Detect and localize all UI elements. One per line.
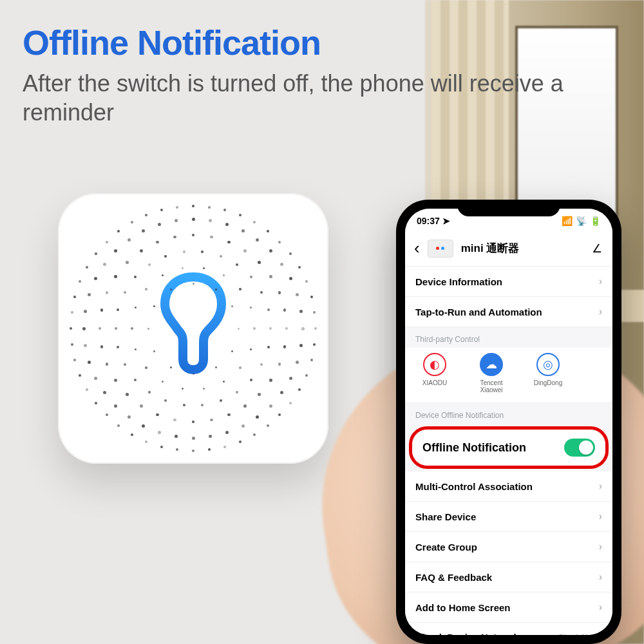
row-automation[interactable]: Tap-to-Run and Automation› [405, 297, 612, 327]
section-third-party: Third-party Control [405, 327, 612, 348]
row-label: Check Device Network [415, 632, 519, 635]
chevron-right-icon: › [599, 541, 602, 553]
row-label: Device Information [415, 276, 502, 287]
service-label: DingDong [534, 379, 562, 386]
third-party-services: ◐ XIAODU ☁ Tencent Xiaowei ◎ DingDong [405, 348, 612, 403]
service-dingdong[interactable]: ◎ DingDong [529, 353, 567, 393]
chevron-right-icon: › [599, 306, 602, 317]
edit-button[interactable]: ∠ [592, 242, 602, 256]
back-button[interactable]: ‹ [414, 238, 420, 258]
page-subtitle: After the switch is turned off, the phon… [23, 69, 631, 127]
row-label: Offline Notification [422, 441, 526, 455]
bulb-icon [155, 272, 232, 375]
row-offline-notification[interactable]: Offline Notification [412, 430, 605, 466]
row-share[interactable]: Share Device› [405, 502, 612, 532]
highlight-box: Offline Notification [409, 426, 609, 469]
chevron-right-icon: › [599, 571, 602, 583]
chevron-right-icon: › [599, 276, 602, 287]
service-xiaodu[interactable]: ◐ XIAODU [415, 353, 454, 393]
device-name: mini 通断器 [461, 241, 520, 256]
row-check-network[interactable]: Check Device Network Check Now › [405, 623, 612, 635]
section-offline: Device Offline Notification [405, 403, 612, 424]
row-multi-control[interactable]: Multi-Control Association› [405, 471, 612, 502]
chevron-right-icon: › [599, 511, 602, 522]
status-time: 09:37 [417, 216, 440, 226]
row-device-info[interactable]: Device Information› [405, 267, 612, 297]
tencent-icon: ☁ [480, 353, 503, 376]
row-label: Share Device [415, 511, 476, 522]
chevron-right-icon: › [599, 601, 602, 613]
row-add-home[interactable]: Add to Home Screen› [405, 592, 612, 623]
service-tencent[interactable]: ☁ Tencent Xiaowei [472, 353, 511, 393]
offline-toggle[interactable] [564, 439, 595, 457]
location-icon: ➤ [442, 216, 450, 226]
battery-icon: 🔋 [590, 216, 601, 226]
signal-icon: 📶 [562, 216, 573, 226]
row-label: Create Group [415, 542, 477, 553]
chevron-right-icon: › [599, 480, 602, 492]
page-title: Offline Notification [23, 23, 631, 62]
row-label: Add to Home Screen [415, 602, 511, 613]
row-faq[interactable]: FAQ & Feedback› [405, 562, 612, 592]
row-label: FAQ & Feedback [415, 572, 492, 583]
device-thumbnail [428, 240, 453, 258]
smart-switch-device: // placeholder so we can generate dots a… [58, 193, 328, 464]
xiaodu-icon: ◐ [423, 353, 446, 376]
row-label: Tap-to-Run and Automation [415, 307, 542, 317]
dingdong-icon: ◎ [536, 353, 560, 376]
row-label: Multi-Control Association [415, 481, 533, 492]
row-create-group[interactable]: Create Group› [405, 532, 612, 562]
wifi-icon: 📡 [576, 216, 587, 226]
phone-mockup: 09:37 ➤ 📶 📡 🔋 ‹ mini 通断器 ∠ Device Inform… [396, 200, 621, 644]
check-now-link[interactable]: Check Now › [558, 633, 602, 636]
service-label: XIAODU [422, 379, 447, 386]
service-label: Tencent Xiaowei [472, 379, 511, 393]
